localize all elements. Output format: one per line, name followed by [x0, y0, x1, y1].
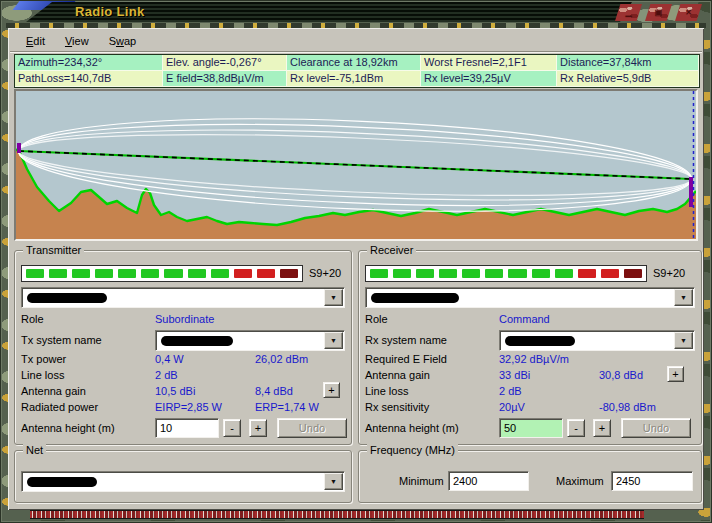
rx-unit-combo[interactable]: ▼	[365, 287, 695, 308]
smeter-segment	[141, 269, 159, 278]
smeter-segment	[624, 269, 642, 278]
tx-antenna-height-input[interactable]	[155, 418, 219, 438]
tx-power-label: Tx power	[21, 353, 66, 365]
tx-line-loss-label: Line loss	[21, 369, 64, 381]
transmitter-group: Transmitter S9+20 ▼ Role Subordinate Tx …	[14, 250, 352, 445]
net-combo[interactable]: ▼	[21, 471, 345, 492]
tx-signal-meter	[21, 265, 303, 282]
tx-antenna-gain-plus-button[interactable]: +	[323, 382, 340, 398]
chevron-down-icon[interactable]: ▼	[674, 332, 693, 349]
menu-bar: Edit View Swap	[10, 30, 702, 52]
maximize-button[interactable]: ▣	[645, 4, 672, 21]
status-pathloss: PathLoss=140,7dB	[15, 71, 163, 87]
chevron-down-icon[interactable]: ▼	[674, 289, 693, 306]
tx-role-label: Role	[21, 313, 44, 325]
net-group-label: Net	[23, 443, 46, 457]
rx-required-e-field-value: 32,92 dBµV/m	[499, 353, 569, 365]
tx-antenna-gain-dbd: 8,4 dBd	[255, 385, 293, 397]
smeter-segment	[49, 269, 67, 278]
smeter-segment	[508, 269, 526, 278]
rx-required-e-field-label: Required E Field	[365, 353, 447, 365]
receiver-group-label: Receiver	[367, 243, 416, 257]
status-rx-level-uv: Rx level=39,25µV	[421, 71, 557, 87]
tx-height-minus-button[interactable]: -	[223, 419, 241, 437]
frequency-maximum-label: Maximum	[556, 475, 604, 487]
client-area: Edit View Swap Azimuth=234,32° Elev. ang…	[8, 28, 704, 510]
rx-signal-meter	[365, 265, 647, 282]
rx-antenna-mast	[689, 177, 693, 207]
frequency-maximum-input[interactable]	[611, 471, 693, 491]
radio-link-window: Radio Link ▁ ▣ ✕ Edit View Swap Azimuth=…	[0, 0, 712, 523]
rx-sensitivity-dbm: -80,98 dBm	[599, 401, 656, 413]
frequency-group-label: Frequency (MHz)	[367, 443, 458, 457]
smeter-segment	[95, 269, 113, 278]
status-clearance: Clearance at 18,92km	[287, 55, 421, 71]
chevron-down-icon[interactable]: ▼	[324, 332, 343, 349]
rx-undo-button[interactable]: Undo	[621, 418, 691, 438]
rx-sensitivity-label: Rx sensitivity	[365, 401, 429, 413]
net-group: Net ▼	[14, 450, 352, 503]
rx-antenna-height-label: Antenna height (m)	[365, 422, 459, 434]
chevron-down-icon[interactable]: ▼	[324, 289, 343, 306]
smeter-segment	[164, 269, 182, 278]
tx-antenna-gain-dbi: 10,5 dBi	[155, 385, 195, 397]
bottom-stripe-bar	[30, 510, 644, 519]
status-elev-angle: Elev. angle=-0,267°	[163, 55, 287, 71]
menu-edit[interactable]: Edit	[16, 32, 55, 50]
tx-undo-button[interactable]: Undo	[277, 418, 347, 438]
tx-height-plus-button[interactable]: +	[249, 419, 267, 437]
tx-system-combo[interactable]: ▼	[155, 330, 345, 351]
rx-height-plus-button[interactable]: +	[593, 419, 611, 437]
tx-power-dbm: 26,02 dBm	[255, 353, 308, 365]
smeter-segment	[188, 269, 206, 278]
smeter-segment	[257, 269, 275, 278]
redacted-text	[161, 336, 233, 346]
window-controls: ▁ ▣ ✕	[615, 4, 702, 21]
smeter-segment	[26, 269, 44, 278]
tx-eirp-value: EIRP=2,85 W	[155, 401, 222, 413]
rx-antenna-gain-plus-button[interactable]: +	[667, 366, 684, 382]
tx-line-loss-value: 2 dB	[155, 369, 178, 381]
tx-unit-combo[interactable]: ▼	[21, 287, 345, 308]
close-button[interactable]: ✕	[675, 4, 702, 21]
smeter-segment	[370, 269, 388, 278]
terrain-profile-chart	[14, 89, 698, 241]
rx-system-name-label: Rx system name	[365, 334, 447, 346]
frequency-minimum-label: Minimum	[399, 475, 444, 487]
rx-antenna-height-input[interactable]	[499, 418, 563, 438]
redacted-text	[27, 477, 97, 487]
tx-antenna-height-label: Antenna height (m)	[21, 422, 115, 434]
smeter-segment	[393, 269, 411, 278]
status-e-field: E field=38,8dBµV/m	[163, 71, 287, 87]
rx-antenna-gain-dbi: 33 dBi	[499, 369, 530, 381]
redacted-text	[27, 293, 107, 303]
frequency-minimum-input[interactable]	[448, 471, 529, 491]
rx-line-loss-value: 2 dB	[499, 385, 522, 397]
smeter-segment	[211, 269, 229, 278]
smeter-segment	[532, 269, 550, 278]
menu-view[interactable]: View	[55, 32, 99, 50]
rx-role-value: Command	[499, 313, 550, 325]
rx-antenna-gain-label: Antenna gain	[365, 369, 430, 381]
tx-smeter-scale-label: S9+20	[309, 267, 341, 279]
status-rx-relative: Rx Relative=5,9dB	[557, 71, 699, 87]
redacted-text	[371, 293, 459, 303]
smeter-segment	[485, 269, 503, 278]
minimize-button[interactable]: ▁	[615, 4, 642, 21]
status-distance: Distance=37,84km	[557, 55, 699, 71]
chevron-down-icon[interactable]: ▼	[324, 473, 343, 490]
smeter-segment	[280, 269, 298, 278]
rx-sensitivity-uv: 20µV	[499, 401, 525, 413]
tx-role-value: Subordinate	[155, 313, 214, 325]
profile-svg	[16, 91, 696, 239]
smeter-segment	[601, 269, 619, 278]
tx-erp-value: ERP=1,74 W	[255, 401, 319, 413]
redacted-text	[505, 336, 575, 346]
rx-antenna-gain-dbd: 30,8 dBd	[599, 369, 643, 381]
tx-radiated-power-label: Radiated power	[21, 401, 98, 413]
frequency-group: Frequency (MHz) Minimum Maximum	[358, 450, 702, 503]
rx-system-combo[interactable]: ▼	[499, 330, 695, 351]
menu-swap[interactable]: Swap	[99, 32, 147, 50]
rx-height-minus-button[interactable]: -	[567, 419, 585, 437]
transmitter-group-label: Transmitter	[23, 243, 84, 257]
